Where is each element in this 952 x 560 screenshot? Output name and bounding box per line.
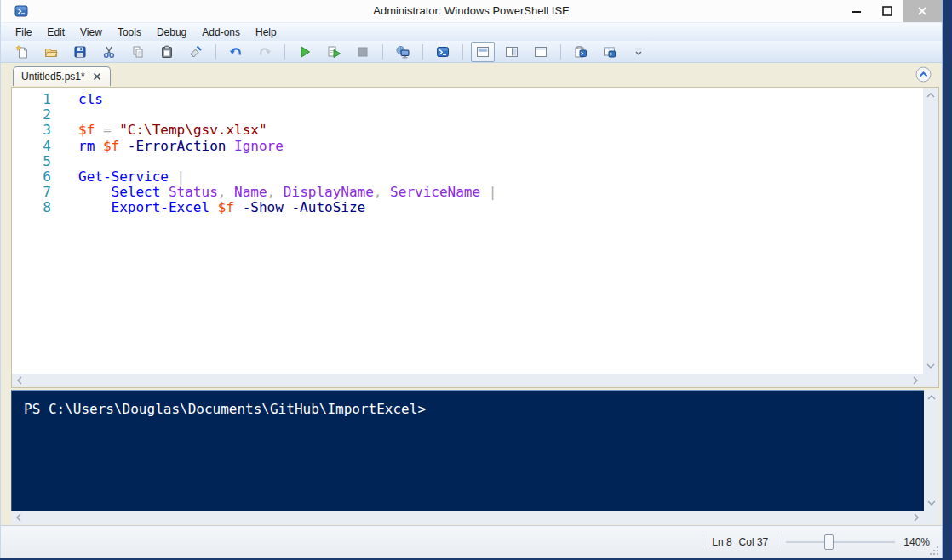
menu-file[interactable]: File bbox=[8, 25, 39, 40]
maximize-icon bbox=[882, 6, 892, 16]
open-folder-icon bbox=[44, 45, 58, 59]
undo-icon bbox=[229, 45, 243, 59]
console-horizontal-scrollbar[interactable] bbox=[11, 511, 924, 524]
toolbar-group bbox=[388, 42, 417, 62]
minimize-button[interactable] bbox=[841, 0, 872, 22]
editor-vertical-scrollbar[interactable] bbox=[923, 88, 938, 374]
scroll-left-icon[interactable] bbox=[14, 374, 26, 387]
toolbar-overflow-button[interactable] bbox=[627, 42, 651, 62]
code-line: 6Get-Service | bbox=[12, 169, 923, 185]
code-line: 1cls bbox=[12, 92, 923, 107]
toolbar-separator bbox=[462, 44, 463, 60]
run-script-button[interactable] bbox=[293, 42, 317, 62]
remote-tab-icon bbox=[396, 45, 410, 59]
toolbar-group bbox=[8, 42, 210, 62]
menu-debug[interactable]: Debug bbox=[149, 25, 194, 40]
start-powershell-exe-button[interactable] bbox=[431, 42, 455, 62]
code-text: Get-Service | bbox=[51, 169, 185, 185]
menu-edit[interactable]: Edit bbox=[39, 25, 72, 40]
line-number: 6 bbox=[12, 169, 51, 185]
show-script-pane-top-button[interactable] bbox=[471, 42, 495, 62]
show-script-pane-right-button[interactable] bbox=[500, 42, 524, 62]
zoom-slider[interactable] bbox=[786, 534, 895, 551]
toolbar-separator bbox=[560, 44, 561, 60]
menu-add-ons[interactable]: Add-ons bbox=[194, 25, 248, 40]
title-bar[interactable]: Administrator: Windows PowerShell ISE bbox=[1, 0, 942, 22]
run-icon bbox=[298, 45, 312, 59]
show-command-window-button[interactable] bbox=[598, 42, 622, 62]
code-line: 8 Export-Excel $f -Show -AutoSize bbox=[12, 200, 923, 215]
menu-tools[interactable]: Tools bbox=[110, 25, 149, 40]
minimize-icon bbox=[852, 6, 862, 16]
cut-icon bbox=[102, 45, 116, 59]
scroll-up-icon[interactable] bbox=[924, 391, 939, 403]
redo-button[interactable] bbox=[253, 42, 277, 62]
toolbar-group bbox=[221, 42, 279, 62]
menu-view[interactable]: View bbox=[72, 25, 110, 40]
start-ps-icon bbox=[436, 45, 450, 59]
scroll-left-icon[interactable] bbox=[13, 511, 25, 524]
run-selection-icon bbox=[327, 45, 341, 59]
save-script-button[interactable] bbox=[68, 42, 92, 62]
scroll-down-icon[interactable] bbox=[923, 360, 938, 372]
workspace: Untitled5.ps1* 1cls23$f = "C:\Temp\gsv.x… bbox=[1, 63, 942, 526]
open-script-button[interactable] bbox=[39, 42, 63, 62]
close-button[interactable] bbox=[903, 0, 942, 22]
undo-button[interactable] bbox=[224, 42, 248, 62]
line-number: 7 bbox=[12, 185, 51, 200]
chevron-up-circle-icon bbox=[915, 66, 932, 83]
copy-button[interactable] bbox=[126, 42, 150, 62]
toolbar-separator bbox=[215, 44, 216, 60]
code-line: 3$f = "C:\Temp\gsv.xlsx" bbox=[12, 123, 923, 138]
stop-operation-button[interactable] bbox=[351, 42, 375, 62]
zoom-level: 140% bbox=[903, 536, 930, 548]
toolbar-separator bbox=[382, 44, 383, 60]
code-text: rm $f -ErrorAction Ignore bbox=[51, 139, 284, 154]
show-command-addon-button[interactable] bbox=[569, 42, 593, 62]
run-selection-button[interactable] bbox=[322, 42, 346, 62]
clear-console-pane-button[interactable] bbox=[184, 42, 208, 62]
clear-console-icon bbox=[189, 45, 203, 59]
scrollbar-corner bbox=[924, 511, 939, 524]
toolbar bbox=[1, 41, 942, 63]
resize-grip-icon[interactable] bbox=[928, 545, 939, 556]
line-indicator: Ln 8 bbox=[712, 536, 731, 548]
code-text: $f = "C:\Temp\gsv.xlsx" bbox=[51, 123, 267, 138]
editor-horizontal-scrollbar[interactable] bbox=[12, 374, 923, 387]
pane-max-icon bbox=[534, 45, 548, 59]
column-indicator: Col 37 bbox=[739, 536, 769, 548]
addon-window-icon bbox=[603, 45, 617, 59]
tab-label: Untitled5.ps1* bbox=[21, 71, 85, 83]
tab-close-button[interactable] bbox=[92, 71, 102, 82]
scroll-up-icon[interactable] bbox=[923, 89, 938, 101]
line-number: 8 bbox=[12, 200, 51, 215]
show-script-pane-maximized-button[interactable] bbox=[529, 42, 553, 62]
copy-icon bbox=[131, 45, 145, 59]
menu-bar: FileEditViewToolsDebugAdd-onsHelp bbox=[1, 22, 942, 41]
zoom-slider-track[interactable] bbox=[786, 541, 895, 543]
toolbar-separator bbox=[284, 44, 285, 60]
scroll-right-icon[interactable] bbox=[910, 511, 922, 524]
zoom-slider-thumb[interactable] bbox=[824, 534, 834, 550]
collapse-script-pane-button[interactable] bbox=[915, 66, 932, 83]
paste-button[interactable] bbox=[155, 42, 179, 62]
tab-untitled5[interactable]: Untitled5.ps1* bbox=[13, 66, 111, 86]
scroll-right-icon[interactable] bbox=[909, 374, 921, 387]
scroll-down-icon[interactable] bbox=[924, 497, 939, 509]
console-pane[interactable]: PS C:\Users\Douglas\Documents\GitHub\Imp… bbox=[11, 390, 924, 511]
console-vertical-scrollbar[interactable] bbox=[924, 390, 939, 511]
toolbar-group bbox=[428, 42, 457, 62]
paste-icon bbox=[160, 45, 174, 59]
script-editor[interactable]: 1cls23$f = "C:\Temp\gsv.xlsx"4rm $f -Err… bbox=[12, 88, 923, 374]
cut-button[interactable] bbox=[97, 42, 121, 62]
code-text bbox=[51, 107, 78, 123]
new-remote-powershell-tab-button[interactable] bbox=[391, 42, 415, 62]
save-icon bbox=[73, 45, 87, 59]
maximize-button[interactable] bbox=[872, 0, 903, 22]
menu-help[interactable]: Help bbox=[248, 25, 284, 40]
toolbar-group bbox=[290, 42, 377, 62]
addon-clipboard-icon bbox=[574, 45, 588, 59]
cursor-position: Ln 8 Col 37 bbox=[712, 536, 768, 548]
pane-top-icon bbox=[476, 45, 490, 59]
new-script-button[interactable] bbox=[10, 42, 34, 62]
